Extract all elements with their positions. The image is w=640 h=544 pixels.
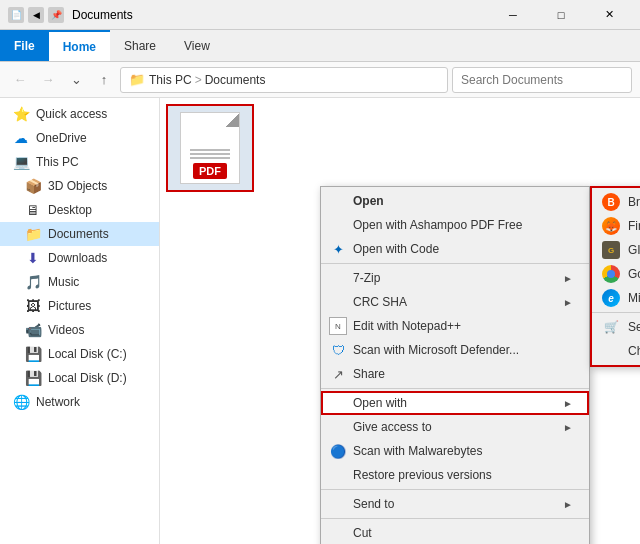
sidebar-item-diskd[interactable]: 💾 Local Disk (D:) [0,366,159,390]
sidebar-item-label: Quick access [36,107,107,121]
sidebar-item-network[interactable]: 🌐 Network [0,390,159,414]
content-area: PDF Open Open with Ashampoo PDF Free ✦ O… [160,98,640,544]
submenu-store[interactable]: 🛒 Search the Microsoft Store [592,315,640,339]
main-layout: ⭐ Quick access ☁ OneDrive 💻 This PC 📦 3D… [0,98,640,544]
gimp-icon: G [600,241,622,259]
restore-icon [329,466,347,484]
edge-icon: e [600,289,622,307]
submenu-chrome[interactable]: Google Chrome [592,262,640,286]
submenu-chooser[interactable]: Choose another app [592,339,640,363]
sidebar-item-thispc[interactable]: 💻 This PC [0,150,159,174]
ctx-label: 7-Zip [353,271,380,285]
sidebar-item-music[interactable]: 🎵 Music [0,270,159,294]
ctx-7zip[interactable]: 7-Zip ► [321,266,589,290]
ctx-sendto[interactable]: Send to ► [321,492,589,516]
ctx-defender[interactable]: 🛡 Scan with Microsoft Defender... [321,338,589,362]
path-thispc: This PC [149,73,192,87]
path-documents: Documents [205,73,266,87]
nav-recent-button[interactable]: ⌄ [64,68,88,92]
ctx-giveaccess[interactable]: Give access to ► [321,415,589,439]
sidebar-item-label: Downloads [48,251,107,265]
disk-c-icon: 💾 [24,345,42,363]
pdf-badge: PDF [193,163,227,179]
openwith-icon [331,394,349,412]
arrow-icon: ► [563,499,573,510]
submenu-label: Brave [628,195,640,209]
sidebar-item-documents[interactable]: 📁 Documents [0,222,159,246]
tab-home[interactable]: Home [49,30,110,61]
titlebar-back-icon[interactable]: ◀ [28,7,44,23]
sidebar-item-desktop[interactable]: 🖥 Desktop [0,198,159,222]
ctx-restore[interactable]: Restore previous versions [321,463,589,487]
sidebar-item-quickaccess[interactable]: ⭐ Quick access [0,102,159,126]
sidebar-item-downloads[interactable]: ⬇ Downloads [0,246,159,270]
ctx-malwarebytes[interactable]: 🔵 Scan with Malwarebytes [321,439,589,463]
titlebar-icon: 📄 [8,7,24,23]
sidebar-item-label: 3D Objects [48,179,107,193]
ctx-openwith[interactable]: Open with ► [321,391,589,415]
address-bar: ← → ⌄ ↑ 📁 This PC > Documents [0,62,640,98]
crc-icon [329,293,347,311]
submenu-brave[interactable]: B Brave [592,190,640,214]
sidebar-item-label: Local Disk (C:) [48,347,127,361]
tab-share[interactable]: Share [110,30,170,61]
sidebar-item-onedrive[interactable]: ☁ OneDrive [0,126,159,150]
malware-icon: 🔵 [329,442,347,460]
sidebar: ⭐ Quick access ☁ OneDrive 💻 This PC 📦 3D… [0,98,160,544]
sidebar-item-label: Network [36,395,80,409]
ctx-cut[interactable]: Cut [321,521,589,544]
ctx-share[interactable]: ↗ Share [321,362,589,386]
ctx-label: CRC SHA [353,295,407,309]
nav-up-button[interactable]: ↑ [92,68,116,92]
notepad-icon: N [329,317,347,335]
ribbon: File Home Share View [0,30,640,62]
cloud-icon: ☁ [12,129,30,147]
ctx-open-code[interactable]: ✦ Open with Code [321,237,589,261]
star-icon: ⭐ [12,105,30,123]
ctx-crcsha[interactable]: CRC SHA ► [321,290,589,314]
chooser-icon [600,342,622,360]
sidebar-item-diskc[interactable]: 💾 Local Disk (C:) [0,342,159,366]
open-with-submenu: B Brave 🦊 Firefox G GIMP Google [590,186,640,367]
chrome-icon [600,265,622,283]
tab-view[interactable]: View [170,30,224,61]
sidebar-item-3dobjects[interactable]: 📦 3D Objects [0,174,159,198]
desktop-icon: 🖥 [24,201,42,219]
open-icon [329,192,347,210]
submenu-edge[interactable]: e Microsoft Edge [592,286,640,310]
sidebar-item-videos[interactable]: 📹 Videos [0,318,159,342]
cut-icon [329,524,347,542]
sidebar-item-label: Pictures [48,299,91,313]
submenu-label: Firefox [628,219,640,233]
ctx-open-ashampoo[interactable]: Open with Ashampoo PDF Free [321,213,589,237]
folder-icon: 📁 [24,225,42,243]
ctx-label: Restore previous versions [353,468,492,482]
address-path[interactable]: 📁 This PC > Documents [120,67,448,93]
sidebar-item-label: Music [48,275,79,289]
submenu-label: Search the Microsoft Store [628,320,640,334]
ctx-label: Open with Ashampoo PDF Free [353,218,522,232]
close-button[interactable]: ✕ [586,0,632,30]
ctx-label: Give access to [353,420,432,434]
maximize-button[interactable]: □ [538,0,584,30]
ctx-label: Scan with Malwarebytes [353,444,482,458]
nav-forward-button: → [36,68,60,92]
submenu-label: Choose another app [628,344,640,358]
search-input[interactable] [452,67,632,93]
pdf-file-icon[interactable]: PDF [166,104,254,192]
disk-d-icon: 💾 [24,369,42,387]
submenu-gimp[interactable]: G GIMP [592,238,640,262]
brave-icon: B [600,193,622,211]
ctx-label: Open [353,194,384,208]
ctx-sep3 [321,489,589,490]
submenu-label: Microsoft Edge [628,291,640,305]
arrow-icon: ► [563,422,573,433]
titlebar-pin-icon[interactable]: 📌 [48,7,64,23]
ctx-open[interactable]: Open [321,189,589,213]
sidebar-item-label: Local Disk (D:) [48,371,127,385]
tab-file[interactable]: File [0,30,49,61]
submenu-firefox[interactable]: 🦊 Firefox [592,214,640,238]
ctx-notepad[interactable]: N Edit with Notepad++ [321,314,589,338]
sidebar-item-pictures[interactable]: 🖼 Pictures [0,294,159,318]
minimize-button[interactable]: ─ [490,0,536,30]
